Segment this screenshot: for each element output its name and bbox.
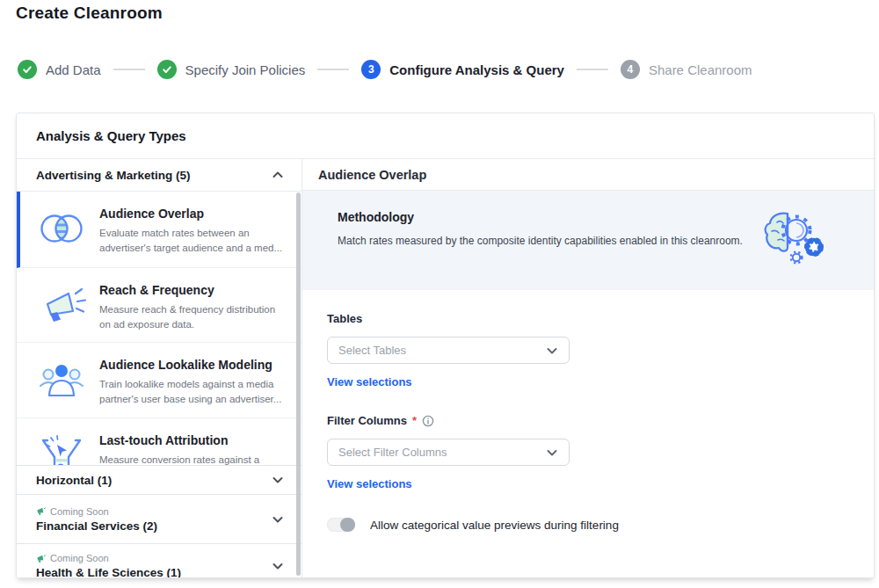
item-title: Audience Lookalike Modeling bbox=[99, 358, 287, 372]
item-description: Measure reach & frequency distribution o… bbox=[99, 302, 287, 333]
create-cleanroom-page: Create Cleanroom Add Data Specify Join P… bbox=[0, 0, 879, 588]
step-share-cleanroom[interactable]: 4 Share Cleanroom bbox=[621, 60, 752, 79]
category-advertising-marketing[interactable]: Advertising & Marketing (5) bbox=[17, 159, 301, 192]
step-label: Add Data bbox=[46, 62, 101, 77]
chevron-down-icon bbox=[546, 446, 558, 459]
filter-columns-select[interactable]: Select Filter Columns bbox=[327, 439, 570, 466]
chevron-down-icon bbox=[272, 560, 284, 572]
methodology-section: Methodology Match rates measured by the … bbox=[302, 191, 874, 290]
item-title: Last-touch Attribution bbox=[99, 433, 287, 447]
step-number-badge: 3 bbox=[361, 60, 381, 79]
filter-columns-label: Filter Columns bbox=[327, 414, 407, 427]
category-horizontal[interactable]: Horizontal (1) bbox=[17, 465, 301, 494]
card-header: Analysis & Query Types bbox=[17, 113, 874, 159]
filter-columns-view-selections-link[interactable]: View selections bbox=[327, 477, 412, 490]
item-title: Reach & Frequency bbox=[99, 283, 287, 297]
megaphone-mini-icon bbox=[36, 506, 46, 516]
category-financial-services[interactable]: Coming Soon Financial Services (2) bbox=[17, 494, 301, 543]
tables-select[interactable]: Select Tables bbox=[327, 337, 570, 364]
detail-panel: Audience Overlap Methodology Match rates… bbox=[302, 159, 874, 578]
detail-header: Audience Overlap bbox=[302, 159, 874, 191]
people-group-icon bbox=[34, 355, 89, 404]
chevron-down-icon bbox=[272, 474, 284, 486]
analysis-query-types-card: Analysis & Query Types Advertising & Mar… bbox=[16, 113, 875, 578]
item-description: Evaluate match rates between an advertis… bbox=[99, 226, 287, 257]
configuration-form: Tables Select Tables View selections Fil… bbox=[302, 290, 874, 532]
check-icon bbox=[18, 60, 37, 79]
item-title: Audience Overlap bbox=[99, 207, 287, 221]
step-specify-join-policies[interactable]: Specify Join Policies bbox=[157, 60, 306, 79]
megaphone-icon bbox=[34, 280, 89, 330]
wizard-stepper: Add Data Specify Join Policies 3 Configu… bbox=[18, 60, 752, 79]
detail-title: Audience Overlap bbox=[318, 168, 426, 182]
list-item-reach-frequency[interactable]: Reach & Frequency Measure reach & freque… bbox=[17, 268, 301, 343]
item-description: Measure conversion rates against a media… bbox=[99, 453, 287, 465]
venn-diagram-icon bbox=[34, 204, 89, 253]
megaphone-mini-icon bbox=[36, 554, 46, 563]
brain-gears-icon bbox=[756, 205, 828, 273]
tables-view-selections-link[interactable]: View selections bbox=[327, 375, 412, 388]
chevron-up-icon bbox=[272, 169, 284, 181]
list-item-last-touch-attribution[interactable]: Last-touch Attribution Measure conversio… bbox=[17, 418, 301, 465]
sidebar-scrollbar[interactable] bbox=[296, 192, 301, 576]
step-label: Share Cleanroom bbox=[649, 62, 752, 77]
toggle-label: Allow categorical value previews during … bbox=[370, 519, 619, 532]
list-item-audience-lookalike-modeling[interactable]: Audience Lookalike Modeling Train lookal… bbox=[17, 343, 301, 419]
step-configure-analysis-query[interactable]: 3 Configure Analysis & Query bbox=[361, 60, 564, 79]
required-marker: * bbox=[412, 414, 417, 427]
coming-soon-badge: Coming Soon bbox=[36, 506, 157, 517]
step-label: Specify Join Policies bbox=[185, 62, 306, 77]
analysis-types-sidebar: Advertising & Marketing (5) bbox=[17, 159, 302, 578]
item-description: Train lookalike models against a media p… bbox=[99, 377, 287, 408]
page-title: Create Cleanroom bbox=[16, 4, 163, 23]
toggle-knob bbox=[340, 518, 355, 532]
step-connector bbox=[577, 69, 608, 70]
category-health-life-sciences[interactable]: Coming Soon Health & Life Sciences (1) bbox=[17, 543, 301, 578]
chevron-down-icon bbox=[546, 345, 558, 357]
step-connector bbox=[317, 69, 349, 70]
step-label: Configure Analysis & Query bbox=[389, 62, 564, 77]
tables-label: Tables bbox=[327, 312, 362, 325]
card-title: Analysis & Query Types bbox=[36, 128, 186, 143]
chevron-down-icon bbox=[272, 513, 284, 526]
step-add-data[interactable]: Add Data bbox=[18, 60, 101, 79]
step-number-badge: 4 bbox=[621, 60, 640, 79]
check-icon bbox=[157, 60, 177, 79]
list-item-audience-overlap[interactable]: Audience Overlap Evaluate match rates be… bbox=[17, 192, 301, 268]
step-connector bbox=[113, 69, 145, 70]
categorical-preview-toggle[interactable] bbox=[327, 518, 355, 532]
info-icon[interactable] bbox=[422, 415, 434, 427]
funnel-cursor-icon bbox=[34, 431, 89, 465]
coming-soon-badge: Coming Soon bbox=[36, 553, 181, 563]
